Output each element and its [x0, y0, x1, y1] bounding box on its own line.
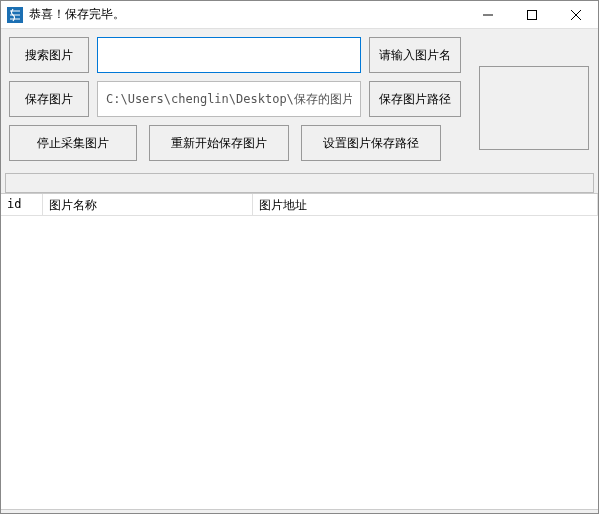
divider-band: [5, 173, 594, 193]
svg-rect-2: [528, 10, 537, 19]
toolbar-area: 搜索图片 请输入图片名 保存图片 保存图片路径 停止采集图片 重新开始保存图片 …: [1, 29, 598, 173]
stop-collect-button[interactable]: 停止采集图片: [9, 125, 137, 161]
table-body[interactable]: [1, 216, 598, 509]
results-table: id 图片名称 图片地址: [1, 193, 598, 509]
image-preview-box: [479, 66, 589, 150]
titlebar: 恭喜！保存完毕。: [1, 1, 598, 29]
set-save-path-button[interactable]: 设置图片保存路径: [301, 125, 441, 161]
search-image-button[interactable]: 搜索图片: [9, 37, 89, 73]
save-image-button[interactable]: 保存图片: [9, 81, 89, 117]
status-strip: [1, 509, 598, 513]
app-window: 恭喜！保存完毕。 搜索图片 请输入图片名: [0, 0, 599, 514]
path-input[interactable]: [97, 81, 361, 117]
restart-save-button[interactable]: 重新开始保存图片: [149, 125, 289, 161]
input-image-name-button[interactable]: 请输入图片名: [369, 37, 461, 73]
app-icon: [7, 7, 23, 23]
column-header-name[interactable]: 图片名称: [43, 194, 253, 215]
save-image-path-button[interactable]: 保存图片路径: [369, 81, 461, 117]
minimize-button[interactable]: [466, 1, 510, 29]
column-header-address[interactable]: 图片地址: [253, 194, 598, 215]
maximize-button[interactable]: [510, 1, 554, 29]
table-header: id 图片名称 图片地址: [1, 194, 598, 216]
window-title: 恭喜！保存完毕。: [29, 6, 466, 23]
close-button[interactable]: [554, 1, 598, 29]
column-header-id[interactable]: id: [1, 194, 43, 215]
search-input[interactable]: [97, 37, 361, 73]
window-controls: [466, 1, 598, 29]
